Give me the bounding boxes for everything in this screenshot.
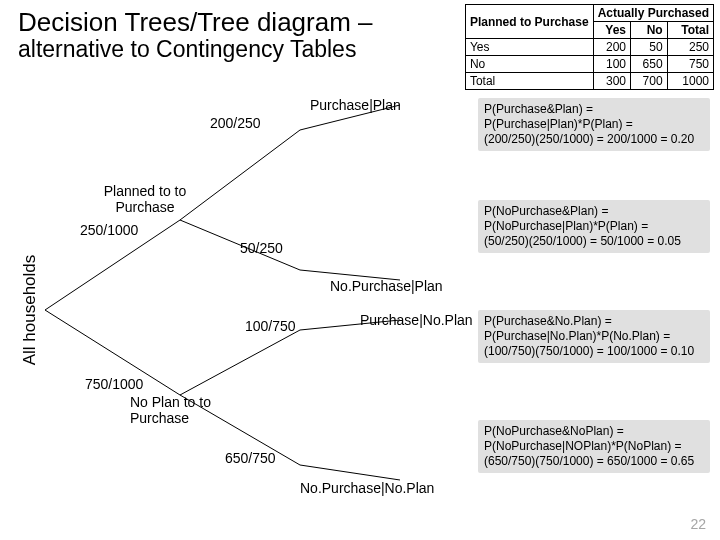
svg-line-4	[180, 330, 300, 395]
formula-b: P(NoPurchase&Plan) = P(NoPurchase|Plan)*…	[478, 200, 710, 253]
formula-d: P(NoPurchase&NoPlan) = P(NoPurchase|NOPl…	[478, 420, 710, 473]
svg-line-2	[180, 130, 300, 220]
leaf-frac-c: 100/750	[245, 318, 296, 334]
leaf-label-c: Purchase|No.Plan	[360, 312, 473, 328]
leaf-label-a: Purchase|Plan	[310, 97, 401, 113]
formula-a: P(Purchase&Plan) = P(Purchase|Plan)*P(Pl…	[478, 98, 710, 151]
node-plan-frac: 250/1000	[80, 222, 138, 238]
formula-c: P(Purchase&No.Plan) = P(Purchase|No.Plan…	[478, 310, 710, 363]
svg-line-9	[300, 465, 400, 480]
leaf-label-b: No.Purchase|Plan	[330, 278, 443, 294]
node-plan-label: Planned to to Purchase	[95, 183, 195, 215]
page-number: 22	[690, 516, 706, 532]
node-noplan-label: No Plan to to Purchase	[130, 394, 240, 426]
leaf-frac-a: 200/250	[210, 115, 261, 131]
leaf-label-d: No.Purchase|No.Plan	[300, 480, 434, 496]
leaf-frac-b: 50/250	[240, 240, 283, 256]
tree-root-label: All households	[20, 250, 40, 370]
leaf-frac-d: 650/750	[225, 450, 276, 466]
node-noplan-frac: 750/1000	[85, 376, 143, 392]
